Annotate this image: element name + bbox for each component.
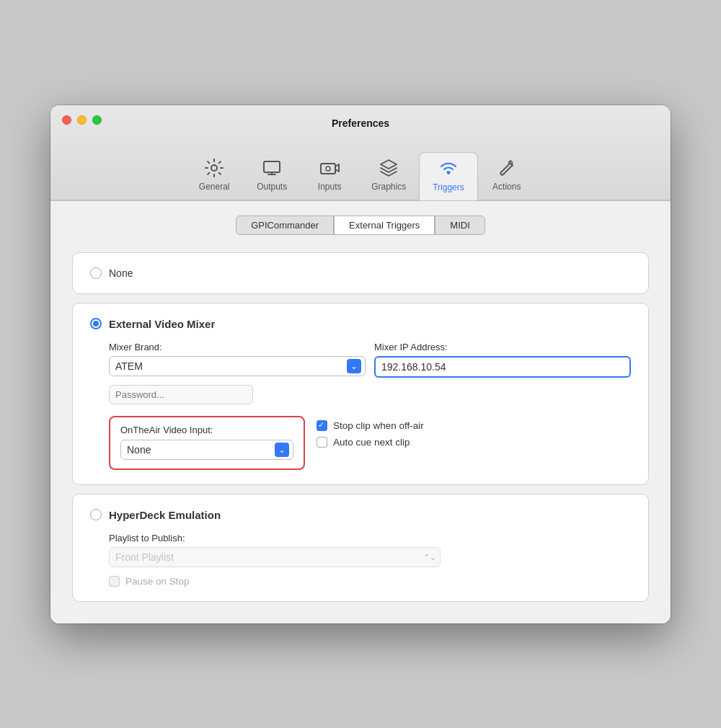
mixer-brand-label: Mixer Brand: xyxy=(109,342,366,352)
sub-tab-external-triggers[interactable]: External Triggers xyxy=(334,216,435,235)
ontheair-select[interactable]: None xyxy=(120,440,293,460)
sub-tab-gpicommander[interactable]: GPICommander xyxy=(236,216,334,235)
camera-icon xyxy=(319,158,340,178)
external-video-mixer-section: External Video Mixer Mixer Brand: ATEM M… xyxy=(72,303,649,485)
tab-graphics[interactable]: Graphics xyxy=(358,152,419,200)
ontheair-input-box: OnTheAir Video Input: None xyxy=(109,416,305,470)
pause-row: Pause on Stop xyxy=(109,576,631,587)
stop-clip-checkbox[interactable] xyxy=(317,420,327,431)
tab-graphics-label: Graphics xyxy=(371,182,406,192)
svg-rect-1 xyxy=(264,161,280,172)
toolbar: General Outputs xyxy=(62,145,659,200)
hyperdeck-section: HyperDeck Emulation Playlist to Publish:… xyxy=(72,494,649,602)
mixer-form-grid: Mixer Brand: ATEM Mixer IP Address: xyxy=(109,342,631,378)
pause-label: Pause on Stop xyxy=(125,576,190,587)
ontheair-select-wrapper: None xyxy=(120,440,293,460)
none-radio-label: None xyxy=(109,267,133,279)
none-radio-option[interactable]: None xyxy=(90,267,631,279)
ontheair-label: OnTheAir Video Input: xyxy=(120,425,293,435)
tab-actions[interactable]: Actions xyxy=(478,152,536,200)
playlist-label: Playlist to Publish: xyxy=(109,533,631,543)
auto-cue-checkbox[interactable] xyxy=(317,437,327,448)
hyperdeck-radio-button[interactable] xyxy=(90,509,102,520)
tab-outputs-label: Outputs xyxy=(257,182,287,192)
gear-icon xyxy=(204,158,224,178)
preferences-window: Preferences General xyxy=(50,105,671,623)
none-radio-button[interactable] xyxy=(90,267,102,279)
stop-clip-label: Stop clip when off-air xyxy=(333,420,424,431)
mixer-ip-input[interactable] xyxy=(374,356,631,378)
tab-triggers-label: Triggers xyxy=(433,182,464,192)
auto-cue-row[interactable]: Auto cue next clip xyxy=(317,437,631,448)
hyperdeck-radio-option[interactable]: HyperDeck Emulation xyxy=(90,509,631,521)
mixer-brand-field: Mixer Brand: ATEM xyxy=(109,342,366,378)
password-field xyxy=(109,385,253,404)
ontheair-checkboxes: Stop clip when off-air Auto cue next cli… xyxy=(317,416,631,448)
content-area: GPICommander External Triggers MIDI None… xyxy=(50,200,671,623)
ontheair-section: OnTheAir Video Input: None Stop clip whe… xyxy=(109,416,631,470)
pause-checkbox xyxy=(109,576,120,587)
tab-general[interactable]: General xyxy=(185,152,243,200)
auto-cue-label: Auto cue next clip xyxy=(333,437,410,448)
password-input[interactable] xyxy=(109,385,253,404)
tab-actions-label: Actions xyxy=(492,182,521,192)
layers-icon xyxy=(379,158,399,178)
tab-general-label: General xyxy=(199,182,230,192)
playlist-select: Front Playlist xyxy=(109,547,441,567)
external-video-mixer-label: External Video Mixer xyxy=(109,318,215,330)
mixer-brand-select[interactable]: ATEM xyxy=(109,356,366,376)
hyperdeck-form: Playlist to Publish: Front Playlist ⌃⌄ P… xyxy=(109,533,631,587)
external-video-mixer-radio-button[interactable] xyxy=(90,318,102,329)
svg-rect-2 xyxy=(321,164,335,174)
window-title: Preferences xyxy=(62,117,659,129)
hyperdeck-label: HyperDeck Emulation xyxy=(109,509,221,521)
wifi-icon xyxy=(438,159,459,179)
none-section: None xyxy=(72,252,649,294)
stop-clip-row[interactable]: Stop clip when off-air xyxy=(317,420,631,431)
mixer-ip-label: Mixer IP Address: xyxy=(374,342,631,352)
tab-inputs[interactable]: Inputs xyxy=(301,152,358,200)
tab-triggers[interactable]: Triggers xyxy=(419,152,478,200)
svg-point-3 xyxy=(326,167,330,171)
playlist-select-wrapper: Front Playlist ⌃⌄ xyxy=(109,547,441,567)
mixer-brand-select-wrapper: ATEM xyxy=(109,356,366,376)
wrench-icon xyxy=(497,158,517,178)
mixer-ip-field: Mixer IP Address: xyxy=(374,342,631,378)
sub-tab-midi[interactable]: MIDI xyxy=(435,216,485,235)
sub-tabs: GPICommander External Triggers MIDI xyxy=(72,216,649,235)
monitor-icon xyxy=(262,158,282,178)
svg-point-0 xyxy=(211,165,217,171)
external-video-mixer-radio-option[interactable]: External Video Mixer xyxy=(90,318,631,330)
tab-inputs-label: Inputs xyxy=(318,182,342,192)
tab-outputs[interactable]: Outputs xyxy=(243,152,301,200)
title-bar: Preferences General xyxy=(50,105,671,200)
